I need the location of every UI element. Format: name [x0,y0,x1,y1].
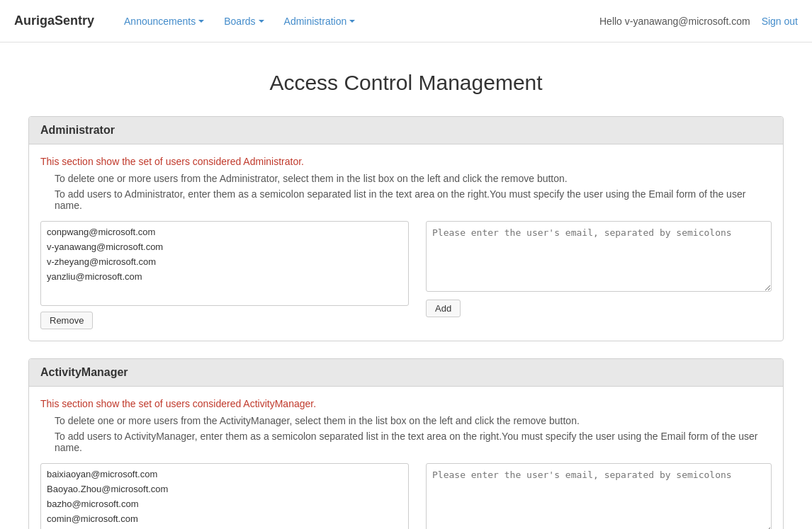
list-item[interactable]: v-yanawang@microsoft.com [41,239,408,254]
administration-label: Administration [284,16,347,27]
administrator-section-header: Administrator [29,117,783,144]
announcements-caret-icon [198,20,204,23]
navbar: AurigaSentry Announcements Boards Admini… [0,0,812,42]
activity-manager-instruction-remove: To delete one or more users from the Act… [55,415,772,426]
announcements-label: Announcements [124,16,196,27]
administrator-right-panel: Add [426,221,772,329]
boards-label: Boards [224,16,255,27]
list-item[interactable]: conpwang@microsoft.com [41,224,408,239]
brand-logo[interactable]: AurigaSentry [14,13,94,28]
navbar-right: Hello v-yanawang@microsoft.com Sign out [599,16,798,27]
administrator-add-textarea[interactable] [426,221,772,292]
boards-caret-icon [259,20,264,23]
administration-nav[interactable]: Administration [276,10,364,33]
page-title: Access Control Management [28,71,784,95]
announcements-nav[interactable]: Announcements [115,10,213,33]
page-content: Access Control Management Administrator … [0,42,812,529]
administrator-section-body: This section show the set of users consi… [29,144,783,341]
activity-manager-section: ActivityManager This section show the se… [28,358,784,529]
activity-manager-add-textarea[interactable] [426,463,772,529]
activity-manager-description: This section show the set of users consi… [40,398,772,409]
administration-caret-icon [349,20,355,23]
list-item[interactable]: v-zheyang@microsoft.com [41,254,408,269]
administrator-left-panel: conpwang@microsoft.comv-yanawang@microso… [40,221,409,329]
administrator-user-listbox[interactable]: conpwang@microsoft.comv-yanawang@microso… [40,221,409,306]
activity-manager-left-panel: baixiaoyan@microsoft.comBaoyao.Zhou@micr… [40,463,409,529]
administrator-remove-button[interactable]: Remove [40,312,93,329]
list-item[interactable]: baixiaoyan@microsoft.com [41,467,408,482]
list-item[interactable]: bazho@microsoft.com [41,496,408,511]
activity-manager-user-listbox[interactable]: baixiaoyan@microsoft.comBaoyao.Zhou@micr… [40,463,409,529]
list-item[interactable]: comin@microsoft.com [41,511,408,526]
user-greeting: Hello v-yanawang@microsoft.com [599,16,750,27]
activity-manager-instruction-add: To add users to ActivityManager, enter t… [55,431,772,453]
list-item[interactable]: yanzliu@microsoft.com [41,269,408,284]
administrator-instruction-remove: To delete one or more users from the Adm… [55,173,772,184]
administrator-add-button[interactable]: Add [426,300,461,317]
administrator-controls: conpwang@microsoft.comv-yanawang@microso… [40,221,772,329]
activity-manager-controls: baixiaoyan@microsoft.comBaoyao.Zhou@micr… [40,463,772,529]
activity-manager-section-header: ActivityManager [29,359,783,387]
activity-manager-right-panel: Add [426,463,772,529]
list-item[interactable]: Baoyao.Zhou@microsoft.com [41,482,408,496]
administrator-description: This section show the set of users consi… [40,156,772,167]
nav-links: Announcements Boards Administration [115,10,599,33]
activity-manager-section-body: This section show the set of users consi… [29,387,783,529]
boards-nav[interactable]: Boards [215,10,272,33]
signout-link[interactable]: Sign out [762,16,798,27]
administrator-instruction-add: To add users to Administrator, enter the… [55,188,772,211]
administrator-section: Administrator This section show the set … [28,116,784,341]
